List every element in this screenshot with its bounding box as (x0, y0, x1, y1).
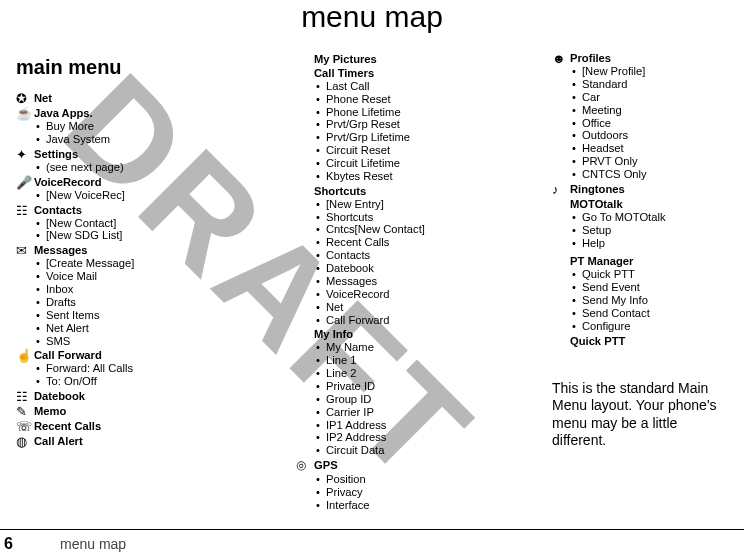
list-item: [New VoiceRec] (46, 189, 246, 202)
ptmanager-list: Quick PTT Send Event Send My Info Send C… (552, 268, 732, 332)
gps-list: Position Privacy Interface (296, 473, 506, 512)
list-item: VoiceRecord (326, 288, 506, 301)
myinfo-title: My Info (296, 328, 506, 341)
mototalk-title: MOTOtalk (552, 198, 732, 211)
list-item: Prvt/Grp Lifetime (326, 131, 506, 144)
java-title: Java Apps. (34, 107, 93, 120)
messages-list: [Create Message] Voice Mail Inbox Drafts… (16, 257, 246, 347)
datebook-title: Datebook (34, 390, 85, 403)
quickptt-title: Quick PTT (552, 335, 732, 348)
list-item: Net (326, 301, 506, 314)
shortcuts-title: Shortcuts (296, 185, 506, 198)
list-item: Headset (582, 142, 732, 155)
list-item: Kbytes Reset (326, 170, 506, 183)
list-item: Contacts (326, 249, 506, 262)
list-item: PRVT Only (582, 155, 732, 168)
list-item: Privacy (326, 486, 506, 499)
list-item: Forward: All Calls (46, 362, 246, 375)
contacts-title: Contacts (34, 204, 82, 217)
list-item: Quick PTT (582, 268, 732, 281)
list-item: Position (326, 473, 506, 486)
list-item: Datebook (326, 262, 506, 275)
ptmanager-title: PT Manager (552, 255, 732, 268)
column-1: ✪ Net ☕ Java Apps. Buy More Java System … (16, 92, 246, 450)
list-item: Phone Lifetime (326, 106, 506, 119)
column-3: ☻ Profiles [New Profile] Standard Car Me… (552, 52, 732, 450)
list-item: Go To MOTOtalk (582, 211, 732, 224)
calltimers-title: Call Timers (296, 67, 506, 80)
messages-icon: ✉ (16, 244, 34, 257)
layout-note: This is the standard Main Menu layout. Y… (552, 380, 732, 450)
settings-icon: ✦ (16, 148, 34, 161)
list-item: Messages (326, 275, 506, 288)
list-item: Carrier IP (326, 406, 506, 419)
list-item: Office (582, 117, 732, 130)
callalert-title: Call Alert (34, 435, 83, 448)
shortcuts-list: [New Entry] Shortcuts Cntcs[New Contact]… (296, 198, 506, 327)
list-item: Send Contact (582, 307, 732, 320)
list-item: [New SDG List] (46, 229, 246, 242)
list-item: Voice Mail (46, 270, 246, 283)
column-2: My Pictures Call Timers Last Call Phone … (296, 52, 506, 514)
contacts-list: [New Contact] [New SDG List] (16, 217, 246, 243)
page-footer: 6 menu map (0, 529, 744, 558)
recentcalls-title: Recent Calls (34, 420, 101, 433)
calltimers-list: Last Call Phone Reset Phone Lifetime Prv… (296, 80, 506, 183)
java-list: Buy More Java System (16, 120, 246, 146)
list-item: Line 1 (326, 354, 506, 367)
profiles-title: Profiles (570, 52, 611, 65)
list-item: Standard (582, 78, 732, 91)
list-item: [New Profile] (582, 65, 732, 78)
memo-title: Memo (34, 405, 66, 418)
list-item: IP2 Address (326, 431, 506, 444)
list-item: Call Forward (326, 314, 506, 327)
page-number: 6 (0, 535, 60, 553)
list-item: Setup (582, 224, 732, 237)
list-item: Sent Items (46, 309, 246, 322)
list-item: Drafts (46, 296, 246, 309)
mypictures-title: My Pictures (296, 53, 506, 66)
list-item: Recent Calls (326, 236, 506, 249)
list-item: Send Event (582, 281, 732, 294)
list-item: (see next page) (46, 161, 246, 174)
voicerecord-title: VoiceRecord (34, 176, 102, 189)
list-item: Send My Info (582, 294, 732, 307)
list-item: Configure (582, 320, 732, 333)
datebook-icon: ☷ (16, 390, 34, 403)
callforward-title: Call Forward (34, 349, 102, 362)
list-item: Car (582, 91, 732, 104)
list-item: Circuit Lifetime (326, 157, 506, 170)
list-item: SMS (46, 335, 246, 348)
list-item: Phone Reset (326, 93, 506, 106)
mototalk-list: Go To MOTOtalk Setup Help (552, 211, 732, 250)
gps-title: GPS (314, 459, 338, 472)
voicerecord-list: [New VoiceRec] (16, 189, 246, 202)
list-item: Cntcs[New Contact] (326, 223, 506, 236)
mic-icon: 🎤 (16, 176, 34, 189)
callalert-icon: ◍ (16, 435, 34, 448)
list-item: [New Contact] (46, 217, 246, 230)
list-item: Inbox (46, 283, 246, 296)
settings-list: (see next page) (16, 161, 246, 174)
java-icon: ☕ (16, 107, 34, 120)
settings-title: Settings (34, 148, 78, 161)
myinfo-list: My Name Line 1 Line 2 Private ID Group I… (296, 341, 506, 457)
list-item: Circuit Data (326, 444, 506, 457)
ringtones-title: Ringtones (570, 183, 625, 196)
list-item: Prvt/Grp Reset (326, 118, 506, 131)
list-item: Last Call (326, 80, 506, 93)
profiles-list: [New Profile] Standard Car Meeting Offic… (552, 65, 732, 181)
list-item: Net Alert (46, 322, 246, 335)
ringtones-icon: ♪ (552, 183, 570, 196)
list-item: CNTCS Only (582, 168, 732, 181)
list-item: [New Entry] (326, 198, 506, 211)
messages-title: Messages (34, 244, 88, 257)
list-item: Group ID (326, 393, 506, 406)
list-item: Meeting (582, 104, 732, 117)
page-title: menu map (0, 0, 744, 34)
net-title: Net (34, 92, 52, 105)
list-item: Line 2 (326, 367, 506, 380)
list-item: Private ID (326, 380, 506, 393)
globe-icon: ✪ (16, 92, 34, 105)
gps-icon: ◎ (296, 459, 314, 473)
